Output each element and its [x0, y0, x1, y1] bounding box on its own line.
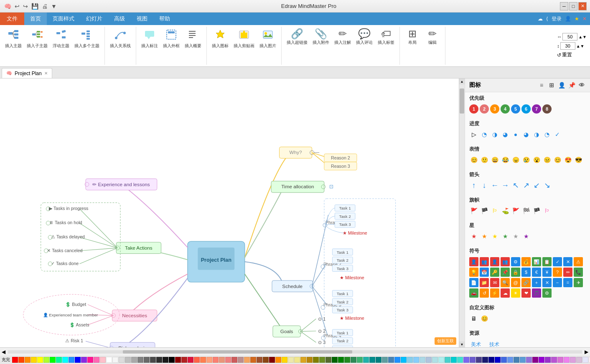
color-swatch[interactable]	[244, 357, 250, 363]
menu-home[interactable]: 首页	[24, 13, 47, 25]
color-swatch[interactable]	[75, 357, 81, 363]
arrow-upleft[interactable]: ↖	[511, 181, 520, 190]
color-swatch[interactable]	[231, 357, 237, 363]
insert-icon-button[interactable]: 插入图标	[210, 28, 230, 50]
color-swatch[interactable]	[294, 357, 300, 363]
color-swatch[interactable]	[275, 357, 281, 363]
color-swatch[interactable]	[37, 357, 43, 363]
sym-check[interactable]: ✓	[553, 257, 562, 266]
insert-comment-button[interactable]: 💬 插入评论	[354, 28, 374, 47]
flag-yellow[interactable]: 🏳	[490, 206, 499, 215]
color-swatch[interactable]	[300, 357, 306, 363]
color-swatch[interactable]	[175, 357, 181, 363]
sym-plane[interactable]: ✈	[574, 278, 583, 287]
sym-money[interactable]: 💰	[521, 257, 531, 266]
spin-height-input[interactable]: 30	[560, 42, 575, 50]
sym-euro[interactable]: €	[532, 268, 541, 277]
color-swatch[interactable]	[388, 357, 394, 363]
color-swatch[interactable]	[12, 357, 18, 363]
sym-settings[interactable]: ⚙	[511, 257, 520, 266]
progress-50[interactable]: ●	[511, 130, 520, 139]
color-swatch[interactable]	[432, 357, 438, 363]
emotion-happy[interactable]: 😊	[469, 155, 478, 164]
flag-red[interactable]: 🚩	[469, 206, 478, 215]
panel-grid-icon[interactable]: ⊞	[547, 81, 556, 89]
undo-icon[interactable]: ↩	[14, 2, 20, 10]
color-swatch[interactable]	[81, 357, 87, 363]
color-swatch[interactable]	[438, 357, 444, 363]
color-swatch[interactable]	[131, 357, 137, 363]
share-icon[interactable]: ⟨	[546, 16, 548, 22]
sym-pin[interactable]: 📌	[501, 268, 510, 277]
color-swatch[interactable]	[50, 357, 56, 363]
insert-topic-button[interactable]: 插入主题	[3, 28, 23, 50]
sym-dollar[interactable]: $	[521, 268, 531, 277]
emotion-wink[interactable]: 😊	[553, 155, 562, 164]
color-swatch[interactable]	[451, 357, 457, 363]
sym-at[interactable]: @	[511, 278, 520, 287]
tab-project-plan[interactable]: 🧠 Project Plan ✕	[2, 68, 52, 78]
settings-icon[interactable]: ★	[575, 16, 579, 22]
color-swatch[interactable]	[570, 357, 576, 363]
color-swatch[interactable]	[420, 357, 425, 363]
color-swatch[interactable]	[539, 357, 544, 363]
spin-height-arrows[interactable]: ▲▼	[576, 44, 585, 48]
sym-warning[interactable]: ⚠	[574, 257, 583, 266]
color-swatch[interactable]	[282, 357, 287, 363]
emotion-laugh[interactable]: 😄	[490, 155, 499, 164]
sym-group[interactable]: 👥	[501, 257, 510, 266]
custom-icon-2[interactable]: 😊	[480, 314, 489, 323]
sym-clipboard[interactable]: 📋	[542, 257, 552, 266]
sym-user2[interactable]: 👤	[490, 257, 499, 266]
sym-yen[interactable]: ¥	[542, 268, 552, 277]
progress-25[interactable]: ◑	[490, 130, 499, 139]
color-swatch[interactable]	[507, 357, 513, 363]
color-swatch[interactable]	[319, 357, 325, 363]
emotion-lol[interactable]: 😂	[501, 155, 510, 164]
sym-key[interactable]: 🔑	[490, 268, 499, 277]
emotion-angry[interactable]: 😠	[511, 155, 520, 164]
color-swatch[interactable]	[351, 357, 356, 363]
arrow-left[interactable]: ←	[490, 181, 499, 190]
menu-advanced[interactable]: 高级	[108, 13, 131, 25]
color-swatch[interactable]	[476, 357, 482, 363]
sym-folder[interactable]: 📁	[480, 278, 489, 287]
sym-edit[interactable]: ✏	[563, 268, 572, 277]
sym-bulb[interactable]: 💡	[469, 268, 478, 277]
scrollbar-vertical[interactable]: ▲ ▼	[459, 78, 465, 347]
arrow-downleft[interactable]: ↙	[532, 181, 541, 190]
emotion-love[interactable]: 😍	[563, 155, 572, 164]
color-swatch[interactable]	[137, 357, 143, 363]
flag-green[interactable]: ⛳	[501, 206, 510, 215]
arrow-downright[interactable]: ↘	[542, 181, 552, 190]
color-swatch[interactable]	[87, 357, 93, 363]
color-swatch[interactable]	[225, 357, 231, 363]
priority-6[interactable]: 6	[521, 104, 531, 114]
emotion-cool[interactable]: 😎	[574, 155, 583, 164]
progress-12[interactable]: ◔	[480, 130, 489, 139]
color-swatch[interactable]	[332, 357, 338, 363]
color-swatch[interactable]	[514, 357, 519, 363]
scroll-right-button[interactable]: ▶	[583, 349, 590, 355]
progress-62[interactable]: ◕	[521, 130, 531, 139]
color-swatch[interactable]	[495, 357, 501, 363]
emotion-neutral[interactable]: 😐	[542, 155, 552, 164]
color-swatch[interactable]	[526, 357, 532, 363]
scroll-down-button[interactable]: ▼	[459, 341, 465, 347]
color-swatch[interactable]	[106, 357, 112, 363]
color-swatch[interactable]	[520, 357, 526, 363]
sym-people[interactable]: 👥	[480, 257, 489, 266]
color-swatch[interactable]	[169, 357, 175, 363]
flag-blue[interactable]: 🏁	[521, 206, 531, 215]
save-icon[interactable]: 💾	[31, 2, 39, 10]
color-swatch[interactable]	[163, 357, 168, 363]
color-swatch[interactable]	[363, 357, 369, 363]
arrow-upright[interactable]: ↗	[521, 181, 531, 190]
arrow-up[interactable]: ↑	[469, 181, 478, 190]
star-green[interactable]: ★	[501, 232, 510, 241]
priority-3[interactable]: 3	[490, 104, 499, 114]
close-button[interactable]: ✕	[578, 2, 587, 10]
priority-7[interactable]: 7	[532, 104, 541, 114]
color-swatch[interactable]	[119, 357, 125, 363]
color-swatch[interactable]	[213, 357, 219, 363]
